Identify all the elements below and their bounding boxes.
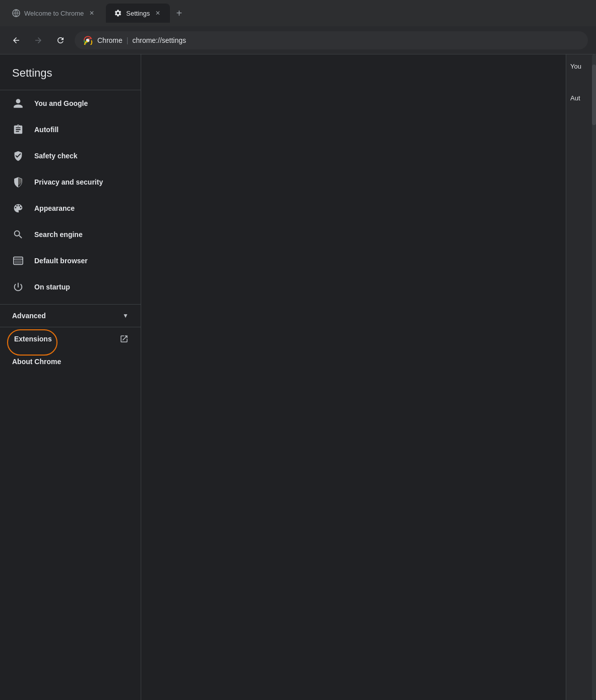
sidebar-label-default-browser: Default browser	[34, 257, 88, 265]
extensions-label: Extensions	[12, 335, 52, 343]
main-area: Settings You and Google Autofill	[0, 54, 596, 700]
url-text: Chrome | chrome://settings	[97, 36, 186, 44]
sidebar-item-default-browser[interactable]: Default browser	[0, 248, 141, 274]
sidebar-label-privacy-security: Privacy and security	[34, 178, 103, 186]
advanced-label: Advanced	[12, 312, 46, 320]
sidebar-item-privacy-security[interactable]: Privacy and security	[0, 169, 141, 195]
sidebar-label-safety-check: Safety check	[34, 152, 78, 160]
right-panel-text-aut: Aut	[570, 94, 592, 102]
scrollbar-track[interactable]	[592, 54, 596, 700]
person-icon	[12, 97, 24, 109]
sidebar-item-autofill[interactable]: Autofill	[0, 116, 141, 143]
sidebar-item-on-startup[interactable]: On startup	[0, 274, 141, 300]
search-icon	[12, 228, 24, 241]
address-bar: Chrome | chrome://settings	[0, 26, 596, 54]
shield-half-icon	[12, 176, 24, 188]
welcome-tab-icon	[12, 9, 20, 17]
palette-icon	[12, 202, 24, 214]
scrollbar-thumb[interactable]	[592, 65, 596, 125]
sidebar-item-about-chrome[interactable]: About Chrome	[0, 351, 141, 373]
svg-rect-6	[15, 260, 22, 263]
tab-settings[interactable]: Settings ✕	[106, 4, 170, 23]
sidebar-label-autofill: Autofill	[34, 126, 58, 134]
sidebar-label-appearance: Appearance	[34, 204, 75, 212]
sidebar-item-you-and-google[interactable]: You and Google	[0, 90, 141, 116]
sidebar-item-search-engine[interactable]: Search engine	[0, 221, 141, 248]
browser-icon	[12, 255, 24, 267]
settings-tab-close[interactable]: ✕	[154, 9, 162, 17]
url-separator: |	[127, 36, 129, 44]
chevron-down-icon: ▼	[123, 312, 129, 319]
content-area: You Aut	[141, 54, 596, 700]
sidebar-label-search-engine: Search engine	[34, 230, 83, 239]
welcome-tab-close[interactable]: ✕	[88, 9, 96, 17]
settings-page-title: Settings	[0, 54, 141, 90]
omnibox[interactable]: Chrome | chrome://settings	[75, 31, 588, 49]
reload-button[interactable]	[52, 32, 69, 48]
welcome-tab-label: Welcome to Chrome	[24, 10, 84, 17]
chrome-logo-icon	[83, 36, 92, 45]
settings-tab-icon	[114, 9, 122, 17]
url-path: chrome://settings	[132, 36, 186, 44]
svg-point-2	[87, 39, 89, 41]
tab-bar: Welcome to Chrome ✕ Settings ✕ +	[0, 0, 596, 26]
site-name: Chrome	[97, 36, 123, 44]
power-icon	[12, 281, 24, 293]
sidebar-item-appearance[interactable]: Appearance	[0, 195, 141, 221]
tab-welcome[interactable]: Welcome to Chrome ✕	[4, 4, 104, 23]
external-link-icon	[120, 334, 129, 343]
sidebar-item-advanced[interactable]: Advanced ▼	[0, 305, 141, 327]
forward-button[interactable]	[30, 32, 46, 48]
sidebar-label-you-and-google: You and Google	[34, 99, 88, 107]
new-tab-button[interactable]: +	[172, 6, 186, 20]
clipboard-icon	[12, 124, 24, 136]
sidebar-item-safety-check[interactable]: Safety check	[0, 143, 141, 169]
settings-tab-label: Settings	[126, 10, 150, 17]
sidebar-item-extensions[interactable]: Extensions	[0, 327, 141, 351]
shield-check-icon	[12, 150, 24, 162]
right-panel-text-you: You	[570, 63, 592, 70]
sidebar: Settings You and Google Autofill	[0, 54, 141, 700]
back-button[interactable]	[8, 32, 24, 48]
about-chrome-label: About Chrome	[12, 358, 61, 366]
sidebar-label-on-startup: On startup	[34, 283, 70, 291]
